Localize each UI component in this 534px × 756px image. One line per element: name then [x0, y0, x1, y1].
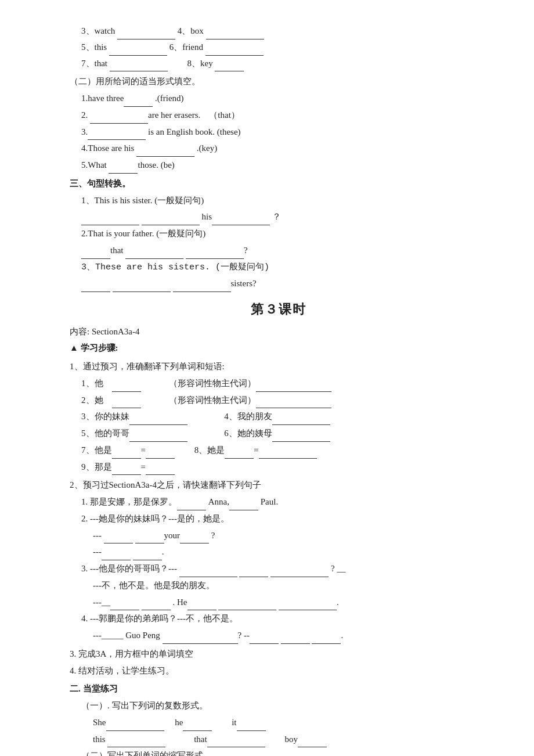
step1-item-2: 2、她 （形容词性物主代词） [81, 393, 488, 409]
blank [88, 131, 146, 141]
blank [312, 634, 341, 644]
step2-section: 2、预习过SectionA3a-4之后，请快速翻译下列句子 1. 那是安娜，那是… [70, 477, 488, 644]
blank [206, 30, 264, 39]
part2-item-2: 2. are her erasers. （that） [81, 107, 488, 124]
worksheet: 3、watch 4、box 5、this 6、friend 7、that 8、k… [70, 23, 488, 756]
blank [215, 62, 244, 72]
section3-title: 第３课时 [70, 298, 488, 322]
blank [109, 164, 138, 174]
step2-item-2-cn: 2. ---她是你的妹妹吗？---是的，她是。 [81, 511, 488, 527]
blank [183, 721, 212, 731]
part3-item-3-original: 3、These are his sisters. (一般疑问句) [81, 260, 488, 276]
blank [187, 601, 217, 611]
step2-item-3-cn: 3. ---他是你的哥哥吗？--- ? __ [81, 561, 488, 577]
step2-item-2-line2: --- . [81, 544, 488, 560]
plural-items: She he it this that boy [81, 715, 488, 748]
blank [239, 567, 268, 577]
blank [212, 216, 270, 226]
blank [163, 634, 238, 644]
blank [113, 283, 171, 293]
blank [125, 249, 183, 259]
step2-item-4-cn: 4. ---郭鹏是你的弟弟吗？---不，他不是。 [81, 611, 488, 627]
part2b-title: 二. 当堂练习 [70, 681, 488, 697]
step2-title: 2、预习过SectionA3a-4之后，请快速翻译下列句子 [70, 477, 488, 494]
part2-item-1: 1.have three .(friend) [81, 91, 488, 107]
plural-row2: this that boy [93, 732, 488, 748]
step2-item-3-line2: ---__ . He . [81, 595, 488, 611]
step3: 3. 完成3A，用方框中的单词填空 [70, 646, 488, 663]
part2-section: （二）用所给词的适当形式填空。 1.have three .(friend) 2… [70, 74, 488, 174]
step2-item-4-line1: ---_____ Guo Peng ? -- . [81, 628, 488, 644]
part2b-sub2: （二）写出下列单词的缩写形式。 She is he is That is is … [70, 748, 488, 756]
part2-items: 1.have three .(friend) 2. are her eraser… [70, 91, 488, 174]
blank [112, 382, 141, 392]
blank [177, 501, 206, 510]
blank [112, 449, 141, 459]
step1-item-1: 1、他 （形容词性物主代词） [81, 376, 488, 392]
step2-item-1: 1. 那是安娜，那是保罗。 Anna, Paul. [81, 494, 488, 510]
step1-title: 1、通过预习，准确翻译下列单词和短语: [70, 359, 488, 375]
blank [129, 432, 187, 442]
blank [112, 399, 141, 409]
blank [81, 283, 110, 293]
blank [112, 466, 141, 476]
step2-item-3-cn2: ---不，他不是。他是我的朋友。 [81, 578, 488, 594]
step1-item-5: 7、他是= 8、她是= [81, 442, 488, 459]
blank [117, 30, 175, 39]
blank [281, 634, 310, 644]
part2b-sub1: （一）. 写出下列词的复数形式。 She he it this that boy [70, 698, 488, 747]
step3-section: 3. 完成3A，用方框中的单词填空 4. 结对活动，让学生练习。 [70, 646, 488, 679]
section3-content: 内容: SectionA3a-4 [70, 324, 488, 340]
step1-items: 1、他 （形容词性物主代词） 2、她 （形容词性物主代词） 3、你的妹妹 4、我… [70, 376, 488, 476]
blank [81, 249, 110, 259]
section3-content-label: 内容: SectionA3a-4 ▲ 学习步骤: [70, 324, 488, 357]
blank [250, 634, 279, 644]
blank [146, 449, 175, 459]
blank [256, 399, 331, 409]
blank [179, 567, 237, 577]
part2b-sub2-title: （二）写出下列单词的缩写形式。 [81, 748, 488, 756]
blank [225, 449, 254, 459]
blank [81, 216, 139, 226]
word-item-5: 5、this 6、friend [81, 39, 279, 56]
blank [279, 601, 337, 611]
blank [207, 738, 265, 748]
part3-item-1-blank: his ？ [81, 209, 488, 225]
step2-items: 1. 那是安娜，那是保罗。 Anna, Paul. 2. ---她是你的妹妹吗？… [70, 494, 488, 644]
part2-title: （二）用所给词的适当形式填空。 [70, 74, 488, 90]
step1-item-6: 9、那是= [81, 459, 488, 476]
plural-row1: She he it [93, 715, 488, 731]
blank [173, 283, 231, 293]
part2b-sub1-title: （一）. 写出下列词的复数形式。 [81, 698, 488, 714]
step1-section: 1、通过预习，准确翻译下列单词和短语: 1、他 （形容词性物主代词） 2、她 （… [70, 359, 488, 475]
blank [106, 721, 164, 731]
blank [256, 382, 331, 392]
part3-item-2-original: 2.That is your father. (一般疑问句) [81, 226, 488, 242]
blank [272, 416, 330, 426]
blank [133, 551, 162, 561]
blank [180, 534, 209, 544]
part3-item-1-original: 1、This is his sister. (一般疑问句) [81, 193, 488, 209]
part2b-section: 二. 当堂练习 （一）. 写出下列词的复数形式。 She he it this … [70, 681, 488, 756]
blank [90, 114, 148, 124]
step2-item-2-line1: --- your ? [81, 528, 488, 544]
blank [109, 46, 167, 56]
part2-item-4: 4.Those are his .(key) [81, 141, 488, 157]
blank [136, 147, 194, 157]
blank [237, 721, 266, 731]
blank [110, 62, 168, 72]
word-items: 3、watch 4、box 5、this 6、friend 7、that 8、k… [70, 23, 488, 71]
blank [259, 449, 317, 459]
blank [110, 601, 139, 611]
part3-title: 三、句型转换。 [70, 176, 488, 192]
part3-items: 1、This is his sister. (一般疑问句) his ？ 2.Th… [70, 193, 488, 293]
blank [135, 534, 164, 544]
part2-item-3: 3. is an English book. (these) [81, 124, 488, 141]
num-label: 3、watch [81, 26, 115, 35]
blank [142, 601, 171, 611]
blank [298, 738, 327, 748]
blank [229, 501, 258, 510]
step1-item-3: 3、你的妹妹 4、我的朋友 [81, 409, 488, 425]
blank [205, 46, 264, 56]
step4: 4. 结对活动，让学生练习。 [70, 663, 488, 679]
